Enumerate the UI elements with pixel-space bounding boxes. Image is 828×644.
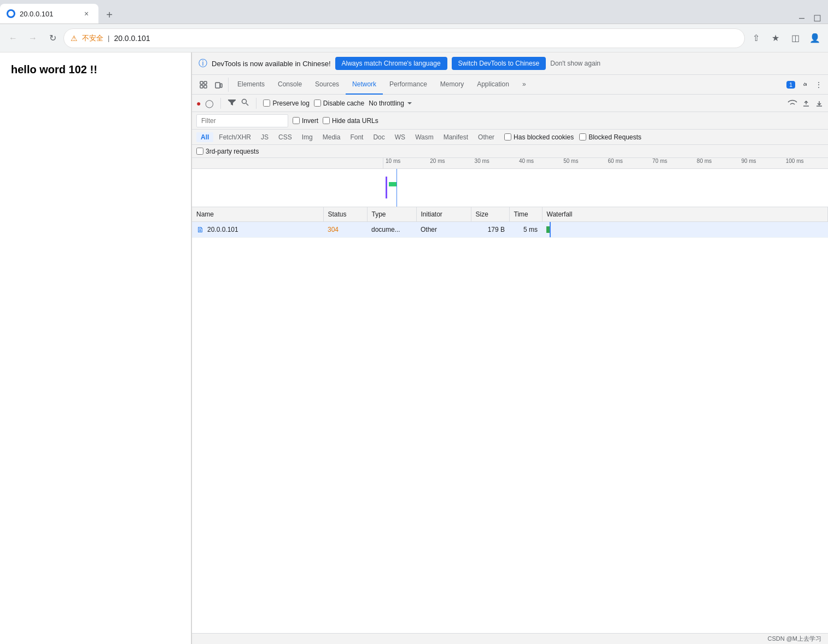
record-button[interactable]: ●	[196, 99, 201, 108]
download-icon[interactable]	[815, 99, 824, 108]
cell-name: 🗎 20.0.0.101	[192, 222, 323, 238]
switch-chinese-button[interactable]: Switch DevTools to Chinese	[452, 57, 546, 70]
cursor-tool-button[interactable]	[196, 78, 211, 92]
nav-actions: ⇧ ★ ◫ 👤	[747, 30, 824, 47]
browser-tab[interactable]: 20.0.0.101 ×	[0, 4, 98, 24]
tab-memory[interactable]: Memory	[434, 75, 470, 95]
svg-rect-1	[200, 81, 203, 84]
type-font-button[interactable]: Font	[346, 132, 368, 142]
tab-bar: 20.0.0.101 × + – ◻	[0, 0, 828, 24]
divider2	[256, 98, 256, 109]
bookmark-button[interactable]: ★	[767, 30, 784, 47]
type-js-button[interactable]: JS	[256, 132, 273, 142]
back-button[interactable]: ←	[4, 30, 22, 47]
invert-checkbox[interactable]: Invert	[293, 117, 318, 125]
search-button[interactable]	[241, 98, 249, 108]
svg-point-7	[242, 99, 247, 104]
layout-button[interactable]: ◫	[786, 30, 804, 47]
tab-performance[interactable]: Performance	[383, 75, 434, 95]
svg-line-8	[246, 103, 248, 106]
svg-rect-4	[204, 85, 207, 88]
document-icon: 🗎	[196, 225, 204, 234]
tick-70ms: 70 ms	[650, 158, 695, 168]
main-page: hello word 102 !!	[0, 52, 191, 644]
cell-time: 5 ms	[509, 222, 542, 238]
notification-text: DevTools is now available in Chinese!	[212, 60, 331, 68]
settings-button[interactable]	[797, 78, 812, 92]
dont-show-button[interactable]: Don't show again	[550, 60, 600, 67]
address-bar[interactable]: ⚠ 不安全 | 20.0.0.101	[63, 28, 745, 48]
filter-row: Invert Hide data URLs	[192, 112, 828, 130]
col-size: Size	[471, 207, 509, 222]
type-ws-button[interactable]: WS	[390, 132, 410, 142]
tab-network[interactable]: Network	[346, 75, 383, 95]
ruler-spacer	[192, 158, 383, 168]
divider	[220, 98, 221, 109]
svg-rect-5	[215, 83, 220, 88]
throttle-dropdown[interactable]: No throttling	[369, 99, 413, 107]
tab-more[interactable]: »	[516, 75, 533, 95]
reload-button[interactable]: ↻	[44, 30, 61, 47]
type-img-button[interactable]: Img	[298, 132, 317, 142]
type-media-button[interactable]: Media	[318, 132, 345, 142]
device-tool-button[interactable]	[212, 78, 226, 92]
waterfall-request-bar	[386, 177, 387, 198]
type-css-button[interactable]: CSS	[274, 132, 296, 142]
clear-button[interactable]: ◯	[205, 99, 214, 108]
forward-button[interactable]: →	[24, 30, 42, 47]
type-fetch-button[interactable]: Fetch/XHR	[214, 132, 255, 142]
cell-initiator: Other	[416, 222, 471, 238]
upload-icon[interactable]	[802, 99, 810, 108]
network-toolbar: ● ◯ Preserve log Disable cache	[192, 95, 828, 112]
info-icon: ⓘ	[199, 58, 207, 69]
warning-text: 不安全	[82, 33, 103, 43]
cell-type: docume...	[367, 222, 416, 238]
tab-sources[interactable]: Sources	[308, 75, 346, 95]
type-other-button[interactable]: Other	[474, 132, 499, 142]
tick-50ms: 50 ms	[561, 158, 605, 168]
third-party-checkbox[interactable]: 3rd-party requests	[196, 148, 259, 155]
type-filter-row: All Fetch/XHR JS CSS Img Media Font Doc …	[192, 130, 828, 145]
tab-close-button[interactable]: ×	[81, 8, 92, 19]
tab-console[interactable]: Console	[271, 75, 308, 95]
window-controls: – ◻	[792, 11, 828, 24]
col-waterfall: Waterfall	[542, 207, 828, 222]
cell-size: 179 B	[471, 222, 509, 238]
col-name: Name	[192, 207, 323, 222]
tab-application[interactable]: Application	[470, 75, 516, 95]
tick-30ms: 30 ms	[473, 158, 517, 168]
nav-bar: ← → ↻ ⚠ 不安全 | 20.0.0.101 ⇧ ★ ◫ 👤	[0, 24, 828, 52]
request-name: 20.0.0.101	[207, 226, 238, 233]
type-doc-button[interactable]: Doc	[369, 132, 389, 142]
notifications-badge: 1	[786, 81, 795, 89]
type-all-button[interactable]: All	[196, 132, 213, 142]
tick-100ms: 100 ms	[784, 158, 828, 168]
svg-point-0	[8, 11, 14, 16]
has-blocked-checkbox[interactable]: Has blocked cookies	[504, 133, 574, 141]
new-tab-button[interactable]: +	[101, 6, 118, 24]
share-button[interactable]: ⇧	[747, 30, 765, 47]
match-language-button[interactable]: Always match Chrome's language	[335, 57, 447, 70]
profile-button[interactable]: 👤	[806, 30, 824, 47]
hide-data-urls-checkbox[interactable]: Hide data URLs	[323, 117, 378, 125]
table-row[interactable]: 🗎 20.0.0.101 304 docume...	[192, 222, 828, 238]
vertical-line	[396, 169, 397, 207]
type-wasm-button[interactable]: Wasm	[411, 132, 438, 142]
tick-20ms: 20 ms	[428, 158, 472, 168]
col-time: Time	[509, 207, 542, 222]
type-manifest-button[interactable]: Manifest	[439, 132, 473, 142]
preserve-log-checkbox[interactable]: Preserve log	[263, 99, 309, 107]
filter-button[interactable]	[228, 98, 236, 108]
tick-60ms: 60 ms	[605, 158, 650, 168]
maximize-button[interactable]: ◻	[813, 11, 821, 24]
disable-cache-checkbox[interactable]: Disable cache	[314, 99, 364, 107]
tab-title: 20.0.0.101	[20, 10, 77, 18]
filter-input[interactable]	[196, 114, 288, 127]
tab-elements[interactable]: Elements	[231, 75, 271, 95]
status-code: 304	[328, 226, 339, 233]
address-text: 20.0.0.101	[114, 34, 150, 43]
devtools-menu-button[interactable]: ⋮	[812, 78, 826, 92]
blocked-requests-checkbox[interactable]: Blocked Requests	[579, 133, 642, 141]
minimize-button[interactable]: –	[799, 12, 804, 24]
bar-connect	[389, 182, 396, 186]
